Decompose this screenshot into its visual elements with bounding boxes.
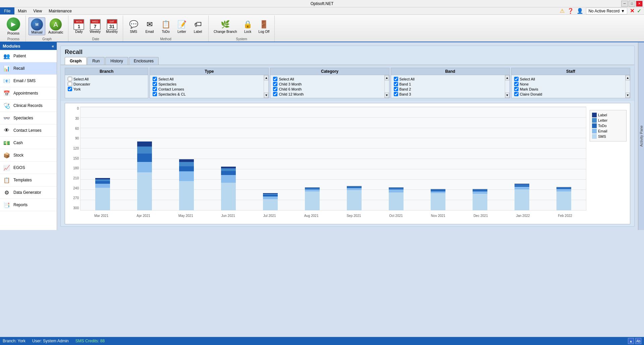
sidebar-title: Modules [3, 44, 20, 49]
menu-view[interactable]: View [30, 8, 45, 14]
type-contactlenses-checkbox[interactable] [153, 87, 157, 91]
tab-graph[interactable]: Graph [65, 57, 87, 65]
ribbon-group-date: MON 1 Daily WED 7 Weekly SAT 31 Monthly [68, 15, 123, 42]
sms-button[interactable]: 💬 SMS [126, 18, 141, 35]
staff-none-checkbox[interactable] [514, 82, 519, 86]
automatic-button[interactable]: A Automatic [46, 17, 65, 35]
bar-group-5 [291, 107, 333, 210]
staff-scroll-up[interactable]: ▲ [626, 75, 630, 80]
email-sms-icon: 📧 [3, 77, 11, 85]
lock-button[interactable]: 🔒 Lock [240, 18, 256, 35]
category-child12-label: Child 12 Month [279, 92, 304, 96]
weekly-button[interactable]: WED 7 Weekly [87, 18, 103, 35]
bar-segment-sms [473, 194, 487, 210]
activity-pane[interactable]: Activity Pane [638, 42, 644, 230]
manual-button[interactable]: M Manual [29, 17, 45, 35]
daily-label: Daily [75, 30, 83, 34]
sidebar-label-reports: Reports [13, 203, 28, 207]
sidebar-item-spectacles[interactable]: 👓 Spectacles [0, 112, 57, 124]
maximize-button[interactable]: □ [629, 1, 635, 7]
bar-group-2 [166, 107, 208, 210]
category-scroll-down[interactable]: ▼ [385, 93, 389, 98]
minimize-button[interactable]: ─ [621, 1, 628, 7]
menu-file[interactable]: File [0, 7, 14, 14]
bar-segment-email [263, 196, 278, 199]
tab-history[interactable]: History [105, 57, 128, 65]
y-axis: 300 270 240 210 180 150 120 90 60 30 0 [68, 107, 80, 211]
no-active-record-dropdown[interactable]: No Active Record ▼ [586, 8, 627, 14]
staff-select-all-checkbox[interactable] [514, 77, 519, 81]
bar-segment-sms [556, 191, 571, 210]
clinical-icon: 🩺 [3, 102, 11, 110]
sidebar-item-cash[interactable]: 💵 Cash [0, 137, 57, 149]
type-select-all-row: Select All [153, 76, 261, 81]
change-branch-button[interactable]: 🌿 Change Branch [211, 18, 239, 35]
branch-doncaster-checkbox[interactable] [68, 82, 72, 86]
staff-clairedonald-checkbox[interactable] [514, 92, 519, 96]
email-button[interactable]: ✉ Email [142, 18, 157, 35]
category-child12-checkbox[interactable] [273, 92, 277, 96]
change-branch-icon: 🌿 [220, 19, 231, 30]
category-select-all-checkbox[interactable] [273, 77, 277, 81]
sidebar-label-stock: Stock [13, 153, 23, 158]
x-label-8: Nov 2021 [431, 214, 445, 218]
sidebar-item-templates[interactable]: 📋 Templates [0, 174, 57, 186]
band1-checkbox[interactable] [394, 82, 398, 86]
tab-enclosures[interactable]: Enclosures [129, 57, 159, 65]
sidebar-item-appointments[interactable]: 📅 Appointments [0, 87, 57, 100]
type-scroll-down[interactable]: ▼ [264, 93, 268, 98]
type-filter-body: Select All Spectacles Contact Lenses [150, 75, 264, 98]
type-select-all-checkbox[interactable] [153, 77, 157, 81]
email-icon: ✉ [144, 19, 155, 30]
sidebar-collapse-button[interactable]: « [52, 44, 54, 49]
branch-select-all-checkbox[interactable] [68, 77, 72, 81]
sidebar-item-recall[interactable]: 📊 Recall [0, 62, 57, 75]
type-spectacles-checkbox[interactable] [153, 82, 157, 86]
sidebar-item-contacts[interactable]: 👁 Contact Lenses [0, 124, 57, 137]
process-button[interactable]: ▶ Process [4, 16, 23, 37]
type-spectacles-label: Spectacles [158, 82, 176, 86]
help-icon[interactable]: ❓ [567, 8, 574, 14]
bar-segment-todo [179, 166, 194, 171]
menu-maintenance[interactable]: Maintenance [45, 8, 75, 14]
sidebar-item-datagen[interactable]: ⚙ Data Generator [0, 186, 57, 199]
sidebar-item-patient[interactable]: 👥 Patient [0, 50, 57, 62]
staff-markdavis-checkbox[interactable] [514, 87, 519, 91]
monthly-label: Monthly [106, 30, 118, 34]
sidebar-item-egos[interactable]: 📈 EGOS [0, 162, 57, 174]
x-label-7: Oct 2021 [389, 214, 403, 218]
bar-segment-sms [431, 193, 445, 210]
sidebar-item-clinical[interactable]: 🩺 Clinical Records [0, 100, 57, 112]
todo-label: ToDo [162, 30, 169, 34]
close-record-icon[interactable]: ✕ [630, 8, 634, 14]
menu-main[interactable]: Main [14, 8, 30, 14]
todo-button[interactable]: 📋 ToDo [158, 18, 173, 35]
close-button[interactable]: ✕ [636, 1, 643, 7]
band-scroll-up[interactable]: ▲ [505, 75, 509, 80]
logoff-button[interactable]: 🚪 Log Off [256, 18, 272, 35]
type-spectaclescl-checkbox[interactable] [153, 92, 157, 96]
sidebar-item-stock[interactable]: 📦 Stock [0, 149, 57, 162]
confirm-icon[interactable]: ✓ [637, 8, 641, 14]
branch-york-checkbox[interactable] [68, 87, 72, 91]
staff-scroll-down[interactable]: ▼ [626, 93, 630, 98]
band-select-all-checkbox[interactable] [394, 77, 398, 81]
category-child3-checkbox[interactable] [273, 82, 277, 86]
label-button[interactable]: 🏷 Label [190, 18, 206, 35]
category-scroll-up[interactable]: ▲ [385, 75, 389, 80]
date-group-label: Date [92, 37, 99, 41]
letter-button[interactable]: 📝 Letter [174, 18, 190, 35]
sidebar-item-reports[interactable]: 📑 Reports [0, 199, 57, 211]
sidebar-item-email-sms[interactable]: 📧 Email / SMS [0, 75, 57, 87]
monthly-button[interactable]: SAT 31 Monthly [104, 18, 120, 35]
category-child3-row: Child 3 Month [273, 81, 381, 87]
type-scroll-up[interactable]: ▲ [264, 75, 268, 80]
daily-button[interactable]: MON 1 Daily [71, 18, 87, 35]
category-filter-body: Select All Child 3 Month Child 6 Month [270, 75, 384, 98]
band-scroll-down[interactable]: ▼ [505, 93, 509, 98]
band3-checkbox[interactable] [394, 92, 398, 96]
category-child6-checkbox[interactable] [273, 87, 277, 91]
recall-panel: Recall Graph Run History Enclosures Bran… [60, 46, 635, 227]
tab-run[interactable]: Run [87, 57, 105, 65]
band2-checkbox[interactable] [394, 87, 398, 91]
